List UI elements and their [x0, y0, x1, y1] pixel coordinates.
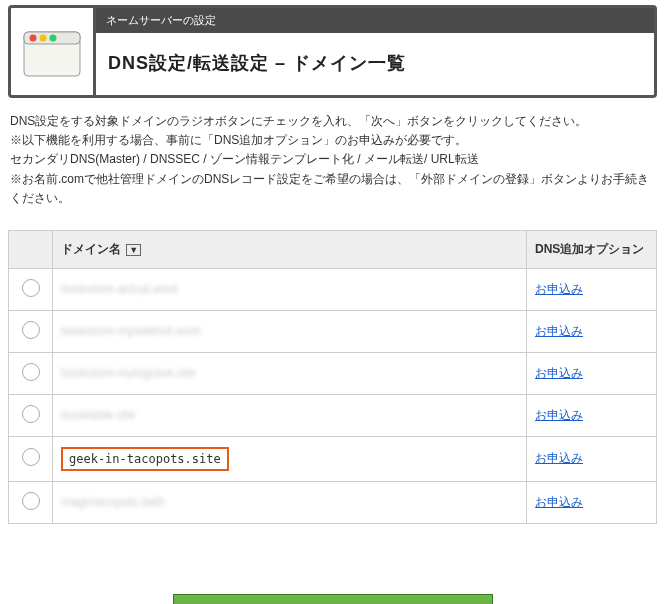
domain-name: booktable.site [61, 408, 135, 422]
header-panel: ネームサーバーの設定 DNS設定/転送設定 – ドメイン一覧 [8, 5, 657, 98]
domain-radio[interactable] [22, 405, 40, 423]
table-row: booktable.siteお申込み [9, 394, 657, 436]
domain-table: ドメイン名 ▼ DNS追加オプション bookstore-actual.work… [8, 230, 657, 524]
table-row: geek-in-tacopots.siteお申込み [9, 436, 657, 481]
apply-link[interactable]: お申込み [535, 282, 583, 296]
table-row: bookstore-mysidehot.workお申込み [9, 310, 657, 352]
desc-line-4: ※お名前.comで他社管理ドメインのDNSレコード設定をご希望の場合は、「外部ド… [10, 170, 655, 208]
domain-radio[interactable] [22, 321, 40, 339]
desc-line-1: DNS設定をする対象ドメインのラジオボタンにチェックを入れ、「次へ」ボタンをクリ… [10, 112, 655, 131]
sort-icon[interactable]: ▼ [126, 244, 141, 256]
domain-header[interactable]: ドメイン名 ▼ [53, 230, 527, 268]
breadcrumb: ネームサーバーの設定 [96, 8, 654, 33]
option-cell: お申込み [527, 268, 657, 310]
apply-link[interactable]: お申込み [535, 495, 583, 509]
description-block: DNS設定をする対象ドメインのラジオボタンにチェックを入れ、「次へ」ボタンをクリ… [0, 98, 665, 218]
radio-cell [9, 436, 53, 481]
domain-name: bookstore-mytograve.site [61, 366, 196, 380]
domain-radio[interactable] [22, 279, 40, 297]
svg-point-4 [50, 34, 57, 41]
radio-cell [9, 310, 53, 352]
domain-radio[interactable] [22, 448, 40, 466]
domain-cell: magictacopots.bath [53, 481, 527, 523]
desc-line-3: セカンダリDNS(Master) / DNSSEC / ゾーン情報テンプレート化… [10, 150, 655, 169]
svg-point-2 [30, 34, 37, 41]
table-row: magictacopots.bathお申込み [9, 481, 657, 523]
domain-cell: geek-in-tacopots.site [53, 436, 527, 481]
domain-radio[interactable] [22, 363, 40, 381]
table-row: bookstore-mytograve.siteお申込み [9, 352, 657, 394]
table-row: bookstore-actual.workお申込み [9, 268, 657, 310]
domain-cell: bookstore-mytograve.site [53, 352, 527, 394]
option-cell: お申込み [527, 394, 657, 436]
apply-link[interactable]: お申込み [535, 366, 583, 380]
option-cell: お申込み [527, 352, 657, 394]
svg-point-3 [40, 34, 47, 41]
domain-cell: bookstore-actual.work [53, 268, 527, 310]
window-icon [20, 24, 84, 80]
radio-cell [9, 352, 53, 394]
option-cell: お申込み [527, 310, 657, 352]
domain-cell: bookstore-mysidehot.work [53, 310, 527, 352]
apply-link[interactable]: お申込み [535, 408, 583, 422]
next-button[interactable]: ➡ 次へ [173, 594, 493, 604]
radio-cell [9, 268, 53, 310]
radio-cell [9, 481, 53, 523]
option-header: DNS追加オプション [527, 230, 657, 268]
domain-radio[interactable] [22, 492, 40, 510]
domain-cell: booktable.site [53, 394, 527, 436]
desc-line-2: ※以下機能を利用する場合、事前に「DNS追加オプション」のお申込みが必要です。 [10, 131, 655, 150]
domain-name: geek-in-tacopots.site [61, 447, 229, 471]
radio-cell [9, 394, 53, 436]
domain-name: magictacopots.bath [61, 495, 165, 509]
radio-header [9, 230, 53, 268]
domain-name: bookstore-mysidehot.work [61, 324, 201, 338]
page-title: DNS設定/転送設定 – ドメイン一覧 [96, 33, 654, 95]
table-header-row: ドメイン名 ▼ DNS追加オプション [9, 230, 657, 268]
domain-name: bookstore-actual.work [61, 282, 178, 296]
apply-link[interactable]: お申込み [535, 451, 583, 465]
domain-header-label: ドメイン名 [61, 242, 121, 256]
apply-link[interactable]: お申込み [535, 324, 583, 338]
option-cell: お申込み [527, 436, 657, 481]
app-icon-cell [11, 8, 93, 95]
header-text-area: ネームサーバーの設定 DNS設定/転送設定 – ドメイン一覧 [93, 8, 654, 95]
option-cell: お申込み [527, 481, 657, 523]
